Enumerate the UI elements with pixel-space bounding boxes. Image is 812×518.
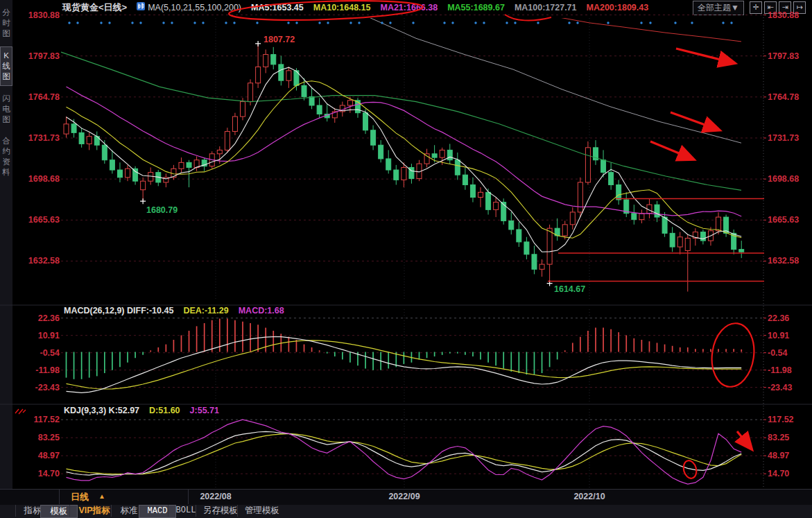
- svg-text:48.97: 48.97: [38, 451, 60, 460]
- ma-value-0: MA5:1653.45: [251, 3, 304, 12]
- svg-text:1764.78: 1764.78: [28, 92, 60, 102]
- svg-text:1797.83: 1797.83: [768, 51, 799, 61]
- ma-value-1: MA10:1648.15: [313, 3, 371, 12]
- svg-text:-23.43: -23.43: [768, 383, 792, 392]
- kdj-header: KDJ(9,3,3) K:52.97D:51.60J:55.71: [64, 406, 229, 415]
- svg-text:1698.68: 1698.68: [768, 174, 799, 184]
- ma-value-4: MA100:1727.71: [515, 3, 577, 12]
- kdj-hdr-part-1: D:51.60: [149, 406, 180, 415]
- svg-text:22.36: 22.36: [38, 313, 60, 323]
- svg-text:1614.67: 1614.67: [554, 284, 585, 294]
- sidebar-item-1[interactable]: K线图: [0, 46, 12, 86]
- svg-text:1632.58: 1632.58: [768, 256, 799, 266]
- tab-管理模板[interactable]: 管理模板: [237, 505, 286, 517]
- svg-text:83.25: 83.25: [768, 433, 789, 442]
- ma-value-3: MA55:1689.67: [447, 3, 505, 12]
- chart-canvas: 1830.881830.881797.831797.831764.781764.…: [0, 0, 812, 518]
- svg-text:1731.73: 1731.73: [28, 133, 60, 143]
- svg-text:1632.58: 1632.58: [28, 256, 60, 266]
- sidebar-item-2[interactable]: 闪电图: [0, 90, 12, 128]
- sidebar-item-3[interactable]: 合约资料: [0, 132, 12, 181]
- underline-scribble: [505, 15, 551, 21]
- svg-text:14.70: 14.70: [768, 469, 789, 478]
- corner-mark: [15, 409, 26, 414]
- kdj-pane: [67, 420, 742, 484]
- main-price-pane: [61, 16, 744, 291]
- svg-text:117.52: 117.52: [768, 415, 794, 424]
- pan-icon[interactable]: ✛: [750, 1, 762, 14]
- trading-app-window: 现货黄金<日线> MA(5,10,21,55,100,200) MA5:1653…: [0, 0, 812, 518]
- svg-text:48.97: 48.97: [768, 451, 789, 460]
- svg-text:-0.54: -0.54: [768, 348, 788, 358]
- window-toolbar: ✛⇤⇥↦: [750, 1, 808, 14]
- ma-params-label: MA(5,10,21,55,100,200): [148, 3, 241, 12]
- svg-text:1665.63: 1665.63: [768, 215, 799, 225]
- theme-dropdown-button[interactable]: 全部主题▼: [693, 1, 744, 15]
- compress-right-icon[interactable]: ⇥: [779, 1, 791, 14]
- chart-header: 现货黄金<日线> MA(5,10,21,55,100,200) MA5:1653…: [12, 0, 812, 15]
- svg-text:22.36: 22.36: [768, 313, 789, 323]
- svg-text:1797.83: 1797.83: [28, 51, 60, 61]
- x-axis-label-2: 2022/10: [573, 492, 605, 501]
- event-dots: [68, 21, 732, 24]
- kline-icon: [137, 1, 145, 14]
- x-axis-label-1: 2022/09: [388, 492, 420, 501]
- kdj-hdr-part-0: KDJ(9,3,3) K:52.97: [64, 406, 139, 415]
- svg-text:83.25: 83.25: [38, 433, 60, 442]
- macd-hdr-part-2: MACD:1.68: [239, 306, 284, 316]
- svg-text:1764.78: 1764.78: [768, 92, 799, 102]
- svg-text:117.52: 117.52: [33, 415, 60, 424]
- svg-text:-23.43: -23.43: [35, 383, 60, 392]
- sidebar-item-0[interactable]: 分时图: [0, 4, 12, 42]
- candlesticks: [64, 44, 744, 292]
- svg-text:-11.98: -11.98: [768, 365, 792, 375]
- macd-hdr-part-1: DEA:-11.29: [183, 306, 228, 316]
- svg-text:10.91: 10.91: [38, 331, 60, 340]
- chart-type-sidebar: 分时图K线图闪电图合约资料: [0, 0, 12, 489]
- x-axis-label-0: 2022/08: [200, 492, 231, 501]
- svg-text:1680.79: 1680.79: [146, 205, 178, 215]
- compress-left-icon[interactable]: ⇤: [764, 1, 777, 14]
- macd-pane: [67, 318, 742, 392]
- svg-text:1698.68: 1698.68: [28, 174, 60, 184]
- time-axis-row: 日线 ▲ 2022/082022/092022/10: [0, 489, 812, 506]
- instrument-title: 现货黄金<日线>: [62, 1, 127, 14]
- period-label: 日线: [71, 491, 89, 503]
- svg-text:-0.54: -0.54: [40, 348, 60, 358]
- svg-text:14.70: 14.70: [38, 469, 60, 478]
- macd-header: MACD(26,12,9) DIFF:-10.45DEA:-11.29MACD:…: [64, 306, 294, 316]
- svg-text:1731.73: 1731.73: [768, 133, 799, 143]
- svg-text:1665.63: 1665.63: [28, 215, 60, 225]
- svg-text:1807.72: 1807.72: [264, 35, 295, 44]
- ma-value-5: MA200:1809.43: [587, 3, 649, 12]
- macd-hdr-part-0: MACD(26,12,9) DIFF:-10.45: [64, 306, 173, 316]
- axis-labels: 1830.881830.881797.831797.831764.781764.…: [0, 10, 812, 488]
- svg-text:-11.98: -11.98: [35, 365, 60, 375]
- collapse-right-icon[interactable]: ↦: [793, 1, 806, 14]
- period-selector[interactable]: 日线 ▲: [59, 490, 189, 504]
- kdj-circle-annotation: [682, 459, 698, 480]
- kdj-hdr-part-2: J:55.71: [190, 406, 219, 415]
- ma-value-2: MA21:1666.38: [380, 3, 438, 12]
- macd-circle-annotation: [708, 320, 758, 389]
- indicator-tab-bar: 指标模板VIP指标标准MACDBOLL另存模板管理模板: [0, 505, 812, 518]
- svg-text:10.91: 10.91: [768, 331, 789, 340]
- ma-values: MA5:1653.45MA10:1648.15MA21:1666.38MA55:…: [241, 3, 648, 12]
- period-up-arrow-icon: ▲: [98, 492, 105, 500]
